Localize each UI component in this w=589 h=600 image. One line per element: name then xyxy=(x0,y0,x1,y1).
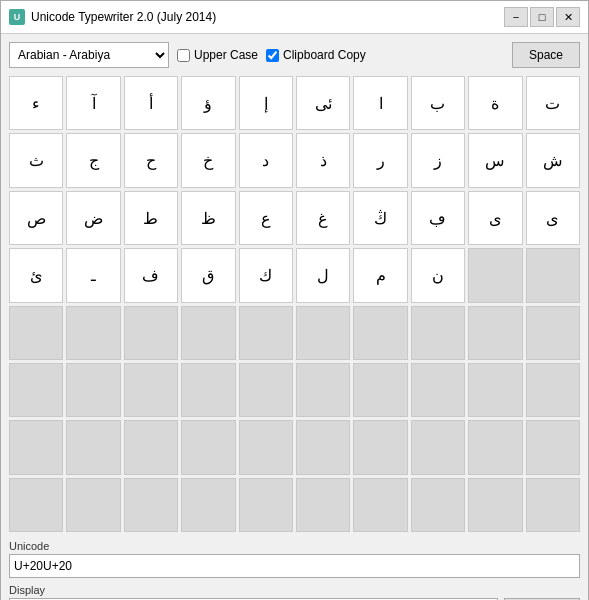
char-button[interactable]: ڢ xyxy=(411,191,465,245)
char-button[interactable]: ر xyxy=(353,133,407,187)
app-icon: U xyxy=(9,9,25,25)
title-bar: U Unicode Typewriter 2.0 (July 2014) − □… xyxy=(1,1,588,34)
char-button xyxy=(526,363,580,417)
char-button xyxy=(9,420,63,474)
char-button xyxy=(66,478,120,532)
maximize-button[interactable]: □ xyxy=(530,7,554,27)
char-button[interactable]: ث xyxy=(9,133,63,187)
char-button[interactable]: ء xyxy=(9,76,63,130)
char-button[interactable]: س xyxy=(468,133,522,187)
char-button xyxy=(239,478,293,532)
char-button xyxy=(239,420,293,474)
character-grid: ءآأؤإئىابةتثجحخدذرزسشصضطظعغڭڢىیئـفقكلمن xyxy=(9,76,580,532)
char-button xyxy=(296,363,350,417)
char-button xyxy=(468,248,522,302)
char-button[interactable]: ة xyxy=(468,76,522,130)
clipboard-label: Clipboard Copy xyxy=(283,48,366,62)
char-button[interactable]: ڭ xyxy=(353,191,407,245)
uppercase-checkbox-label[interactable]: Upper Case xyxy=(177,48,258,62)
char-button[interactable]: ف xyxy=(124,248,178,302)
char-button[interactable]: م xyxy=(353,248,407,302)
char-button[interactable]: آ xyxy=(66,76,120,130)
char-button[interactable]: ؤ xyxy=(181,76,235,130)
char-button[interactable]: ى xyxy=(468,191,522,245)
char-button xyxy=(411,420,465,474)
char-button[interactable]: ظ xyxy=(181,191,235,245)
char-button xyxy=(468,363,522,417)
char-button[interactable]: ش xyxy=(526,133,580,187)
char-button[interactable]: ل xyxy=(296,248,350,302)
char-button xyxy=(411,363,465,417)
char-button xyxy=(296,420,350,474)
char-button[interactable]: ض xyxy=(66,191,120,245)
char-button[interactable]: ئ xyxy=(9,248,63,302)
char-button xyxy=(468,420,522,474)
char-button xyxy=(124,363,178,417)
char-button[interactable]: ئى xyxy=(296,76,350,130)
char-button[interactable]: ص xyxy=(9,191,63,245)
char-button[interactable]: خ xyxy=(181,133,235,187)
language-dropdown[interactable]: Arabian - Arabiya xyxy=(9,42,169,68)
display-label: Display xyxy=(9,584,498,596)
char-button xyxy=(239,306,293,360)
unicode-section: Unicode xyxy=(9,540,580,578)
char-button[interactable]: إ xyxy=(239,76,293,130)
char-button xyxy=(353,478,407,532)
char-button[interactable]: ا xyxy=(353,76,407,130)
char-button xyxy=(468,478,522,532)
char-button[interactable]: ز xyxy=(411,133,465,187)
char-button xyxy=(296,306,350,360)
char-button xyxy=(124,478,178,532)
uppercase-checkbox[interactable] xyxy=(177,49,190,62)
char-button xyxy=(66,363,120,417)
char-button[interactable]: ك xyxy=(239,248,293,302)
clipboard-checkbox-label[interactable]: Clipboard Copy xyxy=(266,48,366,62)
char-button[interactable]: ق xyxy=(181,248,235,302)
char-button xyxy=(9,478,63,532)
char-button xyxy=(353,420,407,474)
app-window: U Unicode Typewriter 2.0 (July 2014) − □… xyxy=(0,0,589,600)
window-title: Unicode Typewriter 2.0 (July 2014) xyxy=(31,10,216,24)
clipboard-checkbox[interactable] xyxy=(266,49,279,62)
title-bar-left: U Unicode Typewriter 2.0 (July 2014) xyxy=(9,9,216,25)
char-button xyxy=(66,306,120,360)
char-button[interactable]: ب xyxy=(411,76,465,130)
char-button[interactable]: ن xyxy=(411,248,465,302)
space-button[interactable]: Space xyxy=(512,42,580,68)
char-button[interactable]: ـ xyxy=(66,248,120,302)
char-button[interactable]: ج xyxy=(66,133,120,187)
char-button[interactable]: ط xyxy=(124,191,178,245)
char-button xyxy=(124,306,178,360)
minimize-button[interactable]: − xyxy=(504,7,528,27)
char-button xyxy=(66,420,120,474)
char-button[interactable]: غ xyxy=(296,191,350,245)
title-controls: − □ ✕ xyxy=(504,7,580,27)
char-button xyxy=(526,478,580,532)
char-button[interactable]: ی xyxy=(526,191,580,245)
char-button[interactable]: ح xyxy=(124,133,178,187)
char-button xyxy=(9,363,63,417)
char-button xyxy=(296,478,350,532)
display-section: Display Delete all xyxy=(9,584,580,600)
char-button xyxy=(353,306,407,360)
char-button[interactable]: أ xyxy=(124,76,178,130)
char-button xyxy=(526,248,580,302)
char-button xyxy=(526,420,580,474)
toolbar: Arabian - Arabiya Upper Case Clipboard C… xyxy=(9,42,580,68)
char-button xyxy=(411,478,465,532)
char-button[interactable]: ع xyxy=(239,191,293,245)
char-button xyxy=(181,363,235,417)
char-button[interactable]: ت xyxy=(526,76,580,130)
char-button xyxy=(353,363,407,417)
unicode-input[interactable] xyxy=(9,554,580,578)
char-button xyxy=(239,363,293,417)
unicode-label: Unicode xyxy=(9,540,580,552)
char-button xyxy=(468,306,522,360)
char-button xyxy=(181,420,235,474)
char-button xyxy=(181,478,235,532)
main-content: Arabian - Arabiya Upper Case Clipboard C… xyxy=(1,34,588,600)
char-button[interactable]: ذ xyxy=(296,133,350,187)
close-button[interactable]: ✕ xyxy=(556,7,580,27)
char-button[interactable]: د xyxy=(239,133,293,187)
char-button xyxy=(526,306,580,360)
